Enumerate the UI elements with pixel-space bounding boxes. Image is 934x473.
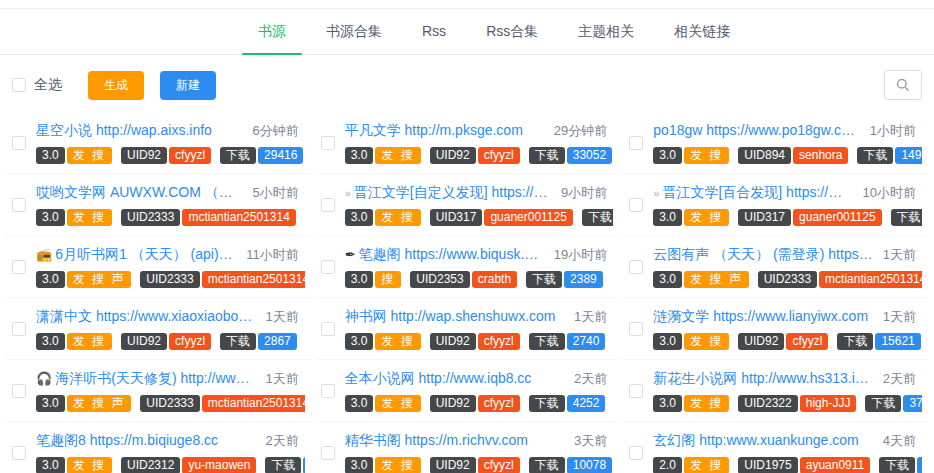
search-button[interactable] bbox=[884, 70, 922, 100]
username-value: cfyyzl bbox=[478, 147, 520, 164]
select-all-label: 全选 bbox=[34, 76, 62, 94]
source-checkbox[interactable] bbox=[12, 384, 26, 398]
source-title-link[interactable]: 🎧海洋听书(天天修复) http://www.y... bbox=[36, 370, 255, 388]
download-badge: 下载 2867 bbox=[220, 333, 297, 350]
generate-button[interactable]: 生成 bbox=[88, 71, 144, 100]
source-time: 1天前 bbox=[265, 308, 304, 326]
tab-item-1[interactable]: 书源合集 bbox=[306, 9, 402, 54]
source-card: 全本小说网 http://www.iqb8.cc 2天前 3.0 发 搜 UID… bbox=[315, 360, 620, 422]
source-body: ✒笔趣阁 https://www.biqusk.com/#... 19小时前 3… bbox=[345, 246, 614, 288]
tab-item-5[interactable]: 相关链接 bbox=[654, 9, 750, 54]
badge-row: 3.0 发 搜 UID92 cfyyzl 下载 29416 bbox=[36, 147, 305, 164]
tab-item-3[interactable]: Rss合集 bbox=[466, 9, 558, 54]
download-count: 3732 bbox=[903, 395, 922, 412]
download-count: 15621 bbox=[875, 333, 920, 350]
source-checkbox[interactable] bbox=[12, 260, 26, 274]
download-count: 149 bbox=[895, 147, 922, 164]
badge-row: 3.0 发 搜 UID894 senhora 下载 149 bbox=[653, 147, 922, 164]
source-title-link[interactable]: 笔趣阁8 https://m.biqiuge8.cc bbox=[36, 432, 255, 450]
source-checkbox[interactable] bbox=[629, 384, 643, 398]
download-label: 下载 bbox=[857, 147, 893, 164]
source-title-link[interactable]: 新花生小说网 http://www.hs313.info/ bbox=[653, 370, 872, 388]
source-checkbox[interactable] bbox=[12, 322, 26, 336]
download-badge: 下载 5639 bbox=[265, 457, 304, 473]
features-value: 发 搜 bbox=[684, 395, 729, 412]
pen-icon: ✒ bbox=[345, 247, 356, 262]
source-checkbox[interactable] bbox=[629, 260, 643, 274]
source-checkbox[interactable] bbox=[321, 446, 335, 460]
download-count: 2389 bbox=[564, 271, 603, 288]
source-checkbox[interactable] bbox=[629, 198, 643, 212]
select-all-checkbox[interactable] bbox=[12, 78, 26, 92]
download-count: 2740 bbox=[567, 333, 606, 350]
source-checkbox[interactable] bbox=[629, 136, 643, 150]
features-value: 发 搜 bbox=[375, 333, 420, 350]
source-title-link[interactable]: 玄幻阁 http:www.xuankunge.com bbox=[653, 432, 872, 450]
source-title-link[interactable]: 星空小说 http://wap.aixs.info bbox=[36, 122, 242, 140]
version-badge: 3.0 发 搜 声 bbox=[653, 271, 748, 288]
username-value: guaner001125 bbox=[484, 209, 573, 226]
source-checkbox[interactable] bbox=[12, 446, 26, 460]
uid-value: UID2333 bbox=[121, 209, 180, 226]
source-title-link[interactable]: po18gw https://www.po18gw.com bbox=[653, 122, 859, 138]
source-title-link[interactable]: 云图有声 （天天） (需登录) https://lib... bbox=[653, 246, 872, 264]
source-title-link[interactable]: 平凡文学 http://m.pksge.com bbox=[345, 122, 544, 140]
download-label: 下载 bbox=[265, 457, 301, 473]
download-badge: 下载 3732 bbox=[865, 395, 922, 412]
version-badge: 3.0 发 搜 bbox=[345, 209, 421, 226]
source-body: 涟漪文学 https://www.lianyiwx.com 1天前 3.0 发 … bbox=[653, 308, 922, 350]
source-checkbox[interactable] bbox=[321, 260, 335, 274]
source-title-link[interactable]: »晋江文学[自定义发现] https://m.jjw... bbox=[345, 184, 551, 202]
top-gap bbox=[0, 0, 934, 8]
uid-value: UID2353 bbox=[410, 271, 469, 288]
features-value: 发 搜 bbox=[684, 147, 729, 164]
source-checkbox[interactable] bbox=[12, 198, 26, 212]
username-value: mctiantian2501314 bbox=[182, 209, 295, 226]
version-badge: 3.0 发 搜 bbox=[36, 457, 112, 473]
download-label: 下载 bbox=[529, 333, 565, 350]
version-value: 3.0 bbox=[36, 147, 65, 164]
tab-item-2[interactable]: Rss bbox=[402, 9, 466, 54]
toolbar: 全选 生成 新建 bbox=[0, 55, 934, 112]
source-title-link[interactable]: 神书网 http://wap.shenshuwx.com bbox=[345, 308, 564, 326]
uid-value: UID2322 bbox=[738, 395, 797, 412]
source-checkbox[interactable] bbox=[12, 136, 26, 150]
badge-row: 3.0 搜 UID2353 crabth 下载 2389 bbox=[345, 271, 614, 288]
download-count: 10078 bbox=[567, 457, 612, 473]
download-badge: 下载 4252 bbox=[529, 395, 606, 412]
source-title-link[interactable]: 全本小说网 http://www.iqb8.cc bbox=[345, 370, 564, 388]
source-time: 1小时前 bbox=[870, 122, 922, 140]
source-checkbox[interactable] bbox=[629, 446, 643, 460]
tab-shuyuan[interactable]: 书源 bbox=[238, 9, 306, 54]
source-checkbox[interactable] bbox=[629, 322, 643, 336]
source-body: 星空小说 http://wap.aixs.info 6分钟前 3.0 发 搜 U… bbox=[36, 122, 305, 164]
source-checkbox[interactable] bbox=[321, 384, 335, 398]
source-time: 2天前 bbox=[574, 370, 613, 388]
source-title-link[interactable]: »晋江文学[百合发现] https://m.jjwxc... bbox=[653, 184, 852, 202]
version-value: 3.0 bbox=[36, 457, 65, 473]
source-title-link[interactable]: ✒笔趣阁 https://www.biqusk.com/#... bbox=[345, 246, 544, 264]
source-title-link[interactable]: 📻6月听书网1 （天天） (api) http://... bbox=[36, 246, 236, 264]
uploader-badge: UID317 guaner001125 bbox=[430, 209, 573, 226]
version-badge: 3.0 搜 bbox=[345, 271, 402, 288]
source-time: 2天前 bbox=[265, 432, 304, 450]
source-body: 平凡文学 http://m.pksge.com 29分钟前 3.0 发 搜 UI… bbox=[345, 122, 614, 164]
source-title-link[interactable]: 涟漪文学 https://www.lianyiwx.com bbox=[653, 308, 872, 326]
source-title-link[interactable]: 精华书阁 https://m.richvv.com bbox=[345, 432, 564, 450]
username-value: cfyyzl bbox=[478, 333, 520, 350]
source-card: 平凡文学 http://m.pksge.com 29分钟前 3.0 发 搜 UI… bbox=[315, 112, 620, 174]
source-body: 新花生小说网 http://www.hs313.info/ 2天前 3.0 发 … bbox=[653, 370, 922, 412]
source-card: 精华书阁 https://m.richvv.com 3天前 3.0 发 搜 UI… bbox=[315, 422, 620, 473]
tab-item-4[interactable]: 主题相关 bbox=[558, 9, 654, 54]
create-button[interactable]: 新建 bbox=[160, 71, 216, 100]
source-checkbox[interactable] bbox=[321, 322, 335, 336]
download-label: 下载 bbox=[582, 209, 613, 226]
source-checkbox[interactable] bbox=[321, 136, 335, 150]
download-label: 下载 bbox=[529, 147, 565, 164]
source-checkbox[interactable] bbox=[321, 198, 335, 212]
source-title-link[interactable]: 潇潇中文 https://www.xiaoxiaobook.... bbox=[36, 308, 255, 326]
source-title-link[interactable]: 哎哟文学网 AUWXW.COM （天天） ... bbox=[36, 184, 242, 202]
source-time: 4天前 bbox=[883, 432, 922, 450]
version-badge: 3.0 发 搜 bbox=[653, 395, 729, 412]
download-count: 5639 bbox=[303, 457, 304, 473]
